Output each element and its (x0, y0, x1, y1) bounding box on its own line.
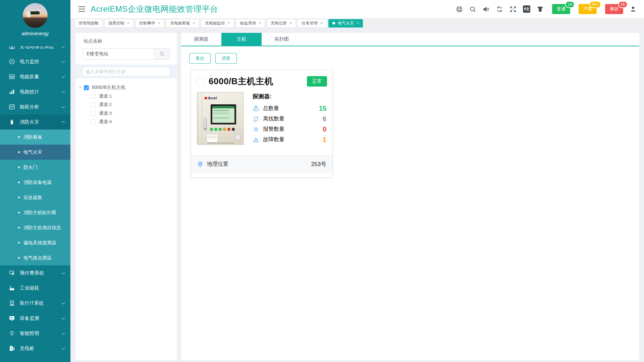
theme-tshirt-icon[interactable] (537, 6, 544, 13)
tab-scene-control[interactable]: 场景控制× (104, 19, 133, 28)
tab-topology[interactable]: 拓扑图 (262, 33, 302, 46)
tab-management-cockpit[interactable]: 管理驾驶舱 (74, 19, 103, 28)
help-lifebuoy-icon[interactable] (456, 6, 463, 13)
sidebar-item-energy-analysis[interactable]: 能耗分析 (0, 99, 70, 114)
host-card-footer: 地理位置 253号 (191, 155, 332, 173)
chevron-down-icon (62, 59, 65, 63)
hamburger-menu-icon[interactable] (78, 6, 85, 12)
sidebar-item-smart-lighting[interactable]: 智能照明 (0, 326, 70, 341)
site-search-button[interactable] (154, 48, 170, 60)
search-icon (159, 51, 165, 57)
sidebar: adminenergy 变电站综合系统 电力监控 电能质量 电能统计 (0, 0, 70, 362)
alarm-button-accident[interactable]: 事故 26 (605, 4, 623, 14)
avatar-house (27, 12, 31, 17)
mute-button[interactable]: 消音 (215, 53, 237, 64)
location-pin-icon (197, 161, 204, 168)
submenu-item-electrical-fire[interactable]: 电气火灾 (0, 145, 70, 160)
close-icon[interactable]: × (228, 21, 230, 25)
device-handle (204, 118, 207, 131)
device-buttons (210, 128, 235, 131)
tab-task-management[interactable]: 任务管理× (298, 19, 327, 28)
device-caption (207, 143, 234, 144)
detector-stats: 探测器: 总数量 15 离线数量 6 报警数量 0 (253, 92, 326, 152)
close-icon[interactable]: × (357, 21, 359, 25)
monitor-icon (9, 315, 15, 321)
site-name-input[interactable] (82, 48, 154, 60)
submenu-item-fire-door[interactable]: 防火门 (0, 160, 70, 175)
close-icon[interactable]: × (127, 21, 129, 25)
sidebar-item-power-monitoring[interactable]: 电力监控 (0, 54, 70, 69)
bullet-icon (18, 212, 20, 213)
submenu-item-electrical-contact-temp[interactable]: 电气接点测温 (0, 250, 70, 265)
tab-charger-dashboard[interactable]: 充电桩看板× (166, 19, 199, 28)
reset-button[interactable]: 复位 (189, 53, 211, 64)
tree-filter-input[interactable] (82, 67, 170, 76)
host-card-header: 6000/B主机主机 正常 (191, 70, 332, 90)
avatar[interactable] (23, 3, 48, 28)
submenu-item-fire-host-topology[interactable]: 消防主机拓扑图 (0, 205, 70, 220)
volume-icon[interactable] (483, 6, 490, 13)
sidebar-item-charging-pile[interactable]: 充电桩 (0, 341, 70, 356)
host-card[interactable]: 6000/B主机主机 正常 Acrel 探测器: (191, 70, 333, 178)
close-icon[interactable]: × (320, 21, 323, 25)
alarm-button-severe[interactable]: 严重 99+ (579, 4, 597, 14)
submenu-item-fire-equipment-power[interactable]: 消防设备电源 (0, 175, 70, 190)
close-icon[interactable]: × (158, 21, 160, 25)
translate-icon[interactable]: A文 (523, 5, 530, 13)
tab-control-events[interactable]: 控制事件× (135, 19, 164, 28)
sidebar-item-fire-protection[interactable]: 消防火灾 (0, 114, 70, 130)
sidebar-item-substation-system[interactable]: 变电站综合系统 (0, 46, 70, 54)
search-icon[interactable] (469, 6, 476, 13)
chevron-down-icon (62, 90, 65, 93)
refresh-icon[interactable] (496, 6, 503, 13)
tab-detectors[interactable]: 探测器 (181, 33, 221, 46)
sidebar-item-prepaid-system[interactable]: 预付费系统 (0, 265, 70, 280)
app-root: adminenergy 变电站综合系统 电力监控 电能质量 电能统计 (0, 0, 644, 362)
sidebar-menu: 变电站综合系统 电力监控 电能质量 电能统计 能耗分析 (0, 46, 70, 362)
tree-checkbox[interactable] (91, 119, 96, 124)
sidebar-item-medical-it[interactable]: 医疗IT系统 (0, 296, 70, 311)
close-icon[interactable]: × (259, 21, 261, 25)
tree-node-channel-3[interactable]: 通道:3 (79, 109, 177, 118)
user-icon[interactable] (630, 6, 637, 13)
tree-checkbox[interactable] (91, 102, 96, 107)
device-photo: Acrel (197, 92, 244, 145)
warning-triangle-icon (253, 137, 259, 143)
tab-charging-records[interactable]: 充电记录× (267, 19, 296, 28)
tree-root-node[interactable]: 6000/B主机主机 (79, 83, 177, 92)
fullscreen-icon[interactable] (509, 6, 517, 13)
bullet-icon (18, 242, 20, 244)
tree-node-channel-4[interactable]: 通道:4 (79, 118, 177, 126)
sidebar-item-device-monitoring[interactable]: 设备监测 (0, 311, 70, 326)
close-icon[interactable]: × (193, 21, 195, 25)
tree-checkbox[interactable] (91, 111, 96, 116)
bullet-icon (18, 182, 20, 183)
tree-caret-icon[interactable] (79, 87, 82, 89)
sidebar-item-power-quality[interactable]: 电能质量 (0, 69, 70, 84)
app-title: AcrelEMS企业微电网能效管理平台 (91, 4, 218, 14)
host-title: 6000/B主机主机 (209, 75, 273, 87)
tree-node-channel-2[interactable]: 通道:2 (79, 101, 177, 109)
chevron-up-icon (62, 121, 65, 124)
tab-host-active[interactable]: 主机 (221, 33, 262, 46)
sidebar-item-power-statistics[interactable]: 电能统计 (0, 84, 70, 99)
header-actions: A文 普通 14 严重 99+ 事故 26 (456, 4, 637, 14)
tab-revenue-query[interactable]: 收益查询× (236, 19, 265, 28)
tree-node-channel-1[interactable]: 通道:1 (79, 92, 177, 101)
sidebar-item-industrial-energy[interactable]: 工业能耗 (0, 280, 70, 296)
tab-electrical-fire-active[interactable]: 电气火灾× (328, 19, 363, 28)
chevron-down-icon (62, 271, 65, 274)
submenu-item-emergency-evacuation[interactable]: 应急疏散 (0, 190, 70, 205)
submenu-item-fire-host-project-info[interactable]: 消防主机项目信息 (0, 220, 70, 235)
submenu-item-fire-dashboard[interactable]: 消防看板 (0, 130, 70, 145)
tree-checkbox[interactable] (91, 94, 96, 99)
content-panel: 探测器 主机 拓扑图 复位 消音 6000/B主机主机 正常 Acrel (181, 33, 639, 360)
alarm-button-normal[interactable]: 普通 14 (552, 4, 570, 14)
close-icon[interactable]: × (289, 21, 292, 25)
host-checkbox[interactable] (196, 77, 204, 86)
tab-charger-monitoring[interactable]: 充电桩监控× (201, 19, 234, 28)
tree-root-checkbox[interactable] (84, 85, 89, 90)
prepaid-card-icon (9, 270, 15, 276)
stat-fault: 故障数量 1 (253, 135, 326, 145)
submenu-item-leakage-cable-temp[interactable]: 漏电及线缆测温 (0, 235, 70, 250)
